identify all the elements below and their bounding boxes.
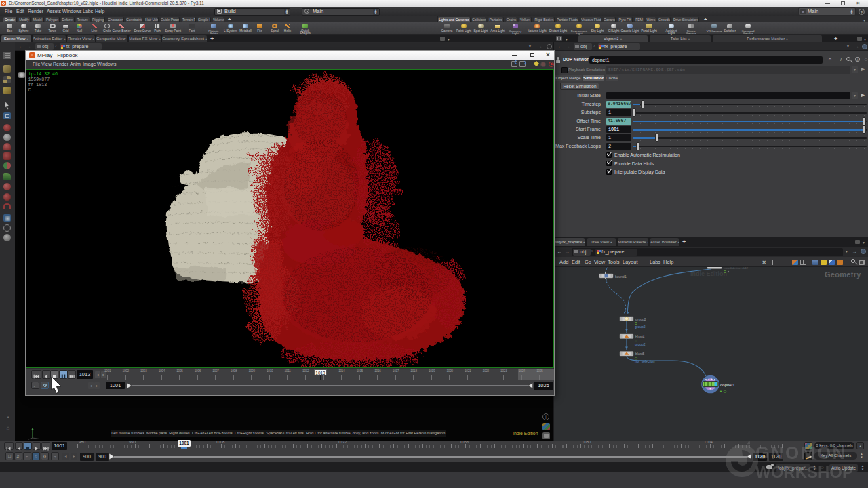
svg-text:not_selection: not_selection	[635, 359, 655, 363]
svg-text:blast5: blast5	[635, 352, 645, 356]
svg-text:blast4: blast4	[635, 335, 645, 339]
svg-text:THE: THE	[746, 441, 751, 451]
svg-text:group2: group2	[635, 342, 646, 346]
svg-text:WORKSHOP: WORKSHOP	[755, 463, 853, 481]
svg-text:GNOMON: GNOMON	[755, 443, 847, 463]
svg-text:group2: group2	[635, 325, 646, 329]
svg-text:dopnet1: dopnet1	[720, 383, 735, 387]
svg-text:bound1: bound1	[615, 274, 627, 279]
svg-text:group2: group2	[635, 317, 646, 321]
svg-text:crowd4destru...cb12: crowd4destru...cb12	[724, 267, 749, 270]
